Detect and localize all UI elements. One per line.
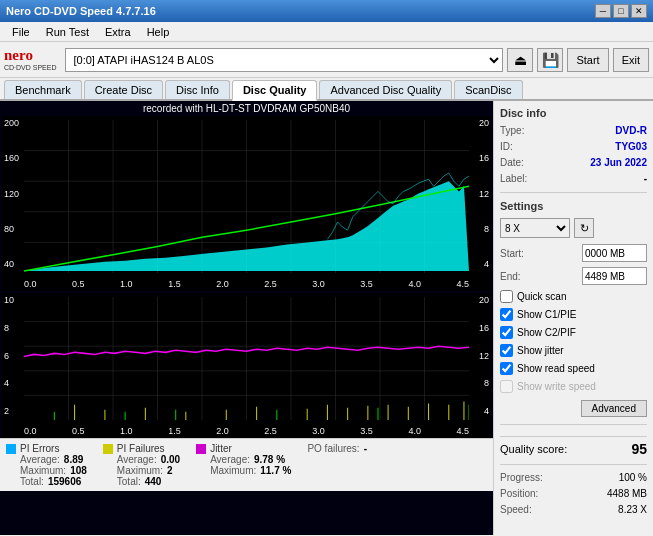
disc-label-row: Label: - — [500, 173, 647, 184]
show-c2-pif-row[interactable]: Show C2/PIF — [500, 326, 647, 339]
lower-y-left: 108642 — [4, 293, 14, 418]
exit-button[interactable]: Exit — [613, 48, 649, 72]
settings-title: Settings — [500, 200, 647, 212]
speed-label: Speed: — [500, 504, 532, 515]
progress-value: 100 % — [619, 472, 647, 483]
toolbar: nero CD·DVD SPEED [0:0] ATAPI iHAS124 B … — [0, 42, 653, 78]
quick-scan-label: Quick scan — [517, 291, 566, 302]
tab-disc-quality[interactable]: Disc Quality — [232, 80, 318, 101]
position-value: 4488 MB — [607, 488, 647, 499]
menu-help[interactable]: Help — [139, 24, 178, 39]
lower-x-axis: 0.00.51.01.52.02.53.03.54.04.5 — [24, 426, 469, 436]
title-bar: Nero CD-DVD Speed 4.7.7.16 ─ □ ✕ — [0, 0, 653, 22]
minimize-button[interactable]: ─ — [595, 4, 611, 18]
maximize-button[interactable]: □ — [613, 4, 629, 18]
po-failures-stat: PO failures:- — [307, 443, 367, 487]
show-c2-pif-label: Show C2/PIF — [517, 327, 576, 338]
speed-row: Speed: 8.23 X — [500, 504, 647, 515]
tab-benchmark[interactable]: Benchmark — [4, 80, 82, 99]
lower-y-right: 20161284 — [479, 293, 489, 418]
main-content: recorded with HL-DT-ST DVDRAM GP50NB40 2… — [0, 101, 653, 535]
eject-icon-btn[interactable]: ⏏ — [507, 48, 533, 72]
pi-failures-total: 440 — [145, 476, 162, 487]
pi-errors-avg: 8.89 — [64, 454, 83, 465]
jitter-label: Jitter — [210, 443, 291, 454]
quality-score-value: 95 — [631, 441, 647, 457]
show-jitter-checkbox[interactable] — [500, 344, 513, 357]
tab-scandisc[interactable]: ScanDisc — [454, 80, 522, 99]
speed-select[interactable]: 8 X — [500, 218, 570, 238]
position-row: Position: 4488 MB — [500, 488, 647, 499]
pi-errors-total: 159606 — [48, 476, 81, 487]
disc-type-row: Type: DVD-R — [500, 125, 647, 136]
show-read-speed-checkbox[interactable] — [500, 362, 513, 375]
disc-date-row: Date: 23 Jun 2022 — [500, 157, 647, 168]
start-button[interactable]: Start — [567, 48, 608, 72]
quality-score-row: Quality score: 95 — [500, 436, 647, 457]
jitter-max: 11.7 % — [260, 465, 291, 476]
save-icon-btn[interactable]: 💾 — [537, 48, 563, 72]
pi-errors-color — [6, 444, 16, 454]
menu-run-test[interactable]: Run Test — [38, 24, 97, 39]
menu-file[interactable]: File — [4, 24, 38, 39]
disc-date-label: Date: — [500, 157, 524, 168]
pi-errors-stat: PI Errors Average:8.89 Maximum:108 Total… — [6, 443, 87, 487]
show-jitter-label: Show jitter — [517, 345, 564, 356]
stats-bar: PI Errors Average:8.89 Maximum:108 Total… — [0, 438, 493, 491]
disc-label-label: Label: — [500, 173, 527, 184]
pi-failures-stat: PI Failures Average:0.00 Maximum:2 Total… — [103, 443, 180, 487]
show-c1-pie-checkbox[interactable] — [500, 308, 513, 321]
disc-type-value: DVD-R — [615, 125, 647, 136]
show-c1-pie-row[interactable]: Show C1/PIE — [500, 308, 647, 321]
show-c1-pie-label: Show C1/PIE — [517, 309, 576, 320]
disc-info-title: Disc info — [500, 107, 647, 119]
show-jitter-row[interactable]: Show jitter — [500, 344, 647, 357]
upper-y-right: 20161284 — [479, 116, 489, 271]
show-c2-pif-checkbox[interactable] — [500, 326, 513, 339]
pi-errors-label: PI Errors — [20, 443, 87, 454]
lower-chart: 108642 20161284 — [2, 293, 491, 438]
tab-disc-info[interactable]: Disc Info — [165, 80, 230, 99]
lower-chart-svg — [24, 297, 469, 420]
show-write-speed-checkbox[interactable] — [500, 380, 513, 393]
po-value: - — [364, 443, 367, 454]
title-bar-title: Nero CD-DVD Speed 4.7.7.16 — [6, 5, 156, 17]
tabs-bar: Benchmark Create Disc Disc Info Disc Qua… — [0, 78, 653, 101]
show-write-speed-label: Show write speed — [517, 381, 596, 392]
close-button[interactable]: ✕ — [631, 4, 647, 18]
speed-value: 8.23 X — [618, 504, 647, 515]
disc-id-row: ID: TYG03 — [500, 141, 647, 152]
show-read-speed-row[interactable]: Show read speed — [500, 362, 647, 375]
position-label: Position: — [500, 488, 538, 499]
upper-x-axis: 0.00.51.01.52.02.53.03.54.04.5 — [24, 279, 469, 289]
menu-bar: File Run Test Extra Help — [0, 22, 653, 42]
jitter-stat: Jitter Average:9.78 % Maximum:11.7 % — [196, 443, 291, 487]
quick-scan-row[interactable]: Quick scan — [500, 290, 647, 303]
refresh-icon-btn[interactable]: ↻ — [574, 218, 594, 238]
end-input[interactable] — [582, 267, 647, 285]
menu-extra[interactable]: Extra — [97, 24, 139, 39]
disc-id-value: TYG03 — [615, 141, 647, 152]
upper-chart: 2001601208040 20161284 — [2, 116, 491, 291]
progress-row: Progress: 100 % — [500, 472, 647, 483]
po-label: PO failures: — [307, 443, 359, 454]
start-label: Start: — [500, 248, 524, 259]
chart-title: recorded with HL-DT-ST DVDRAM GP50NB40 — [0, 101, 493, 116]
quality-score-label: Quality score: — [500, 443, 567, 455]
jitter-color — [196, 444, 206, 454]
upper-chart-svg — [24, 120, 469, 273]
drive-select[interactable]: [0:0] ATAPI iHAS124 B AL0S — [65, 48, 504, 72]
pi-failures-max: 2 — [167, 465, 173, 476]
quick-scan-checkbox[interactable] — [500, 290, 513, 303]
end-row: End: — [500, 267, 647, 285]
start-input[interactable] — [582, 244, 647, 262]
jitter-avg: 9.78 % — [254, 454, 285, 465]
pi-failures-avg: 0.00 — [161, 454, 180, 465]
end-label: End: — [500, 271, 521, 282]
advanced-button[interactable]: Advanced — [581, 400, 647, 417]
speed-settings-row: 8 X ↻ — [500, 218, 647, 238]
tab-advanced-disc-quality[interactable]: Advanced Disc Quality — [319, 80, 452, 99]
pi-errors-max: 108 — [70, 465, 87, 476]
show-read-speed-label: Show read speed — [517, 363, 595, 374]
tab-create-disc[interactable]: Create Disc — [84, 80, 163, 99]
